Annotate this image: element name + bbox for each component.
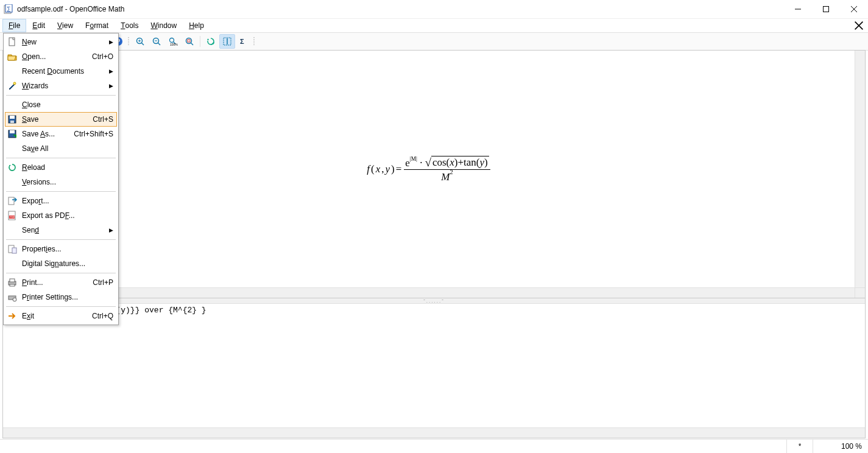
menu-item-export[interactable]: Export... <box>5 194 117 208</box>
formula-text: + <box>457 156 464 168</box>
blank-icon <box>6 99 18 111</box>
zoom-100-button[interactable]: 100% <box>165 34 181 49</box>
menu-item-versions[interactable]: Versions... <box>5 175 117 189</box>
menu-accelerator: Ctrl+Shift+S <box>74 130 113 138</box>
vertical-scrollbar[interactable] <box>855 51 865 288</box>
formula-text: |M| <box>410 156 417 162</box>
menu-item-digital-signatures[interactable]: Digital Signatures... <box>5 256 117 271</box>
refresh-button[interactable] <box>203 34 219 49</box>
menu-item-label: Export... <box>22 197 113 205</box>
menu-item-save-all[interactable]: Save All <box>5 141 117 156</box>
svg-point-29 <box>170 38 174 43</box>
menu-edit[interactable]: Edit <box>26 19 51 32</box>
minimize-button[interactable] <box>784 0 812 18</box>
menu-separator <box>6 95 116 96</box>
submenu-arrow-icon: ▶ <box>109 39 113 45</box>
document-close-icon[interactable] <box>852 19 866 32</box>
splitter-handle[interactable]: ˇ......ˇ <box>3 298 865 304</box>
menu-item-send[interactable]: Send▶ <box>5 223 117 237</box>
menu-item-save[interactable]: SaveCtrl+S <box>5 112 117 127</box>
formula-text: tan <box>464 156 476 168</box>
menu-help[interactable]: Help <box>183 19 210 32</box>
svg-line-33 <box>191 43 193 45</box>
toolbar-handle[interactable] <box>252 35 256 47</box>
zoom-out-button[interactable] <box>149 34 164 49</box>
menu-accelerator: Ctrl+O <box>92 52 113 61</box>
blank-icon <box>6 258 18 270</box>
menu-item-printer-settings[interactable]: Printer Settings... <box>5 290 117 304</box>
menu-item-recent-documents[interactable]: Recent Documents▶ <box>5 64 117 79</box>
menu-item-exit[interactable]: ExitCtrl+Q <box>5 309 117 323</box>
close-button[interactable] <box>840 0 868 18</box>
editor-horizontal-scrollbar[interactable] <box>3 427 865 438</box>
menu-tools[interactable]: Tools <box>115 19 144 32</box>
menu-item-wizards[interactable]: Wizards▶ <box>5 79 117 93</box>
formula-text: y <box>385 163 390 175</box>
formula-text: e <box>405 157 410 169</box>
svg-rect-43 <box>10 116 15 119</box>
zoom-fit-icon <box>185 37 194 46</box>
menu-format[interactable]: Format <box>79 19 115 32</box>
pdf-icon: PDF <box>6 209 18 222</box>
menu-item-label: Digital Signatures... <box>22 259 113 268</box>
menu-view[interactable]: View <box>51 19 79 32</box>
menu-accelerator: Ctrl+P <box>93 278 113 287</box>
maximize-button[interactable] <box>812 0 840 18</box>
printer-settings-icon <box>6 291 18 303</box>
formula-sqrt: √ cos(x)+tan(y) <box>425 156 489 169</box>
menu-accelerator: Ctrl+Q <box>92 312 113 320</box>
menu-item-print[interactable]: Print...Ctrl+P <box>5 275 117 290</box>
horizontal-scrollbar[interactable] <box>3 287 855 298</box>
submenu-arrow-icon: ▶ <box>109 83 113 89</box>
code-text[interactable]: cdot sqrt{cos(x) + tan(y)}} over {M^{2} … <box>3 304 865 428</box>
new-icon <box>6 36 18 48</box>
export-icon <box>6 195 18 207</box>
svg-rect-55 <box>10 279 15 282</box>
blank-icon <box>6 176 18 188</box>
status-zoom[interactable]: 100 % <box>813 440 868 453</box>
menu-bar: FileEditViewFormatToolsWindowHelp <box>0 19 868 33</box>
formula-text: ( <box>371 163 375 175</box>
open-icon <box>6 51 18 63</box>
menu-accelerator: Ctrl+S <box>93 115 113 124</box>
svg-rect-34 <box>188 40 190 42</box>
svg-rect-48 <box>9 197 14 205</box>
formula-code-editor[interactable]: cdot sqrt{cos(x) + tan(y)}} over {M^{2} … <box>3 304 865 438</box>
zoom-out-icon <box>152 37 161 46</box>
print-icon <box>6 276 18 289</box>
svg-text:PDF: PDF <box>10 216 15 219</box>
menu-item-properties[interactable]: Properties... <box>5 242 117 256</box>
menu-item-label: Wizards <box>22 82 109 90</box>
zoom-fit-button[interactable] <box>182 34 197 49</box>
save-icon <box>6 113 18 125</box>
menu-item-label: New <box>22 38 109 46</box>
formula-fraction: e|M| · √ cos(x)+tan(y) M2 <box>404 156 490 183</box>
menu-window[interactable]: Window <box>144 19 183 32</box>
menu-separator <box>6 273 116 273</box>
svg-rect-44 <box>10 121 14 123</box>
menu-separator <box>6 239 116 240</box>
menu-item-label: Open... <box>22 52 92 61</box>
file-menu-dropdown: New▶Open...Ctrl+ORecent Documents▶Wizard… <box>3 33 119 325</box>
window-title: odfsample.odf - OpenOffice Math <box>17 5 125 13</box>
menu-item-label: Recent Documents <box>22 67 109 76</box>
menu-item-export-as-pdf[interactable]: PDFExport as PDF... <box>5 208 117 223</box>
menu-item-save-as[interactable]: Save As...Ctrl+Shift+S <box>5 127 117 141</box>
menu-item-reload[interactable]: Reload <box>5 160 117 175</box>
menu-separator <box>6 158 116 158</box>
formula-text: x <box>450 156 454 168</box>
formula-cursor-button[interactable] <box>219 34 235 49</box>
menu-item-label: Versions... <box>22 178 113 186</box>
menu-file[interactable]: File <box>2 19 26 32</box>
menu-item-new[interactable]: New▶ <box>5 35 117 49</box>
menu-item-label: Print... <box>22 278 93 287</box>
elements-button[interactable]: Σ <box>236 34 252 49</box>
properties-icon <box>6 243 18 255</box>
menu-item-close[interactable]: Close <box>5 97 117 112</box>
menu-item-open[interactable]: Open...Ctrl+O <box>5 49 117 64</box>
toolbar-handle[interactable] <box>127 35 130 47</box>
menu-item-label: Exit <box>22 312 92 320</box>
formula-text: 2 <box>450 168 453 175</box>
zoom-in-button[interactable] <box>132 34 148 49</box>
reload-icon <box>6 161 18 174</box>
